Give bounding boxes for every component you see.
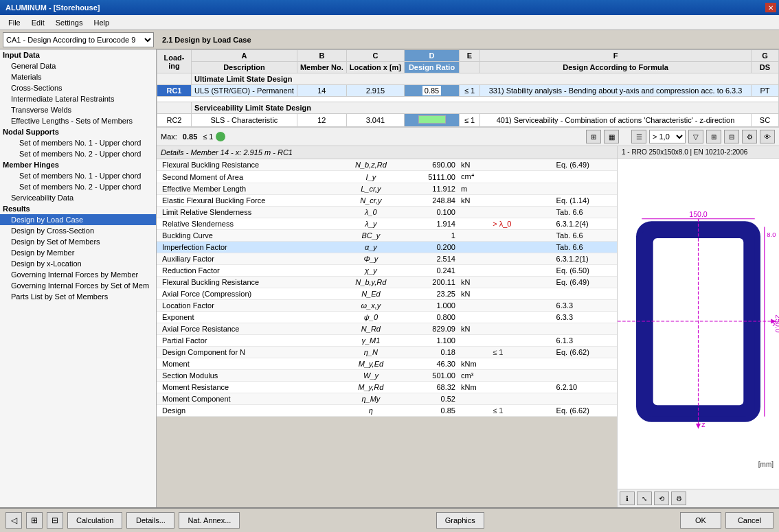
detail-value: 1.914 xyxy=(403,218,458,230)
detail-symbol: W_y xyxy=(339,370,403,382)
detail-extra xyxy=(490,382,553,393)
sidebar-item[interactable]: Set of members No. 1 - Upper chord xyxy=(0,170,156,181)
detail-symbol: α_y xyxy=(339,242,403,253)
detail-symbol: I_y xyxy=(339,171,403,183)
detail-ref: Eq. (6.62) xyxy=(554,405,617,417)
detail-symbol: N_Rd xyxy=(339,323,403,335)
sidebar-item[interactable]: General Data xyxy=(0,60,156,71)
detail-value: 0.200 xyxy=(403,242,458,253)
details-table-container[interactable]: Flexural Buckling Resistance N_b,z,Rd 69… xyxy=(157,159,617,507)
detail-name: Relative Slenderness xyxy=(157,218,339,230)
sidebar-item[interactable]: Effective Lengths - Sets of Members xyxy=(0,115,156,126)
close-button[interactable]: ✕ xyxy=(765,3,776,12)
cross-section-toolbar: ℹ ⤡ ⟲ ⚙ xyxy=(618,489,779,507)
detail-extra: ≤ 1 xyxy=(490,405,553,417)
detail-symbol: λ_y xyxy=(339,218,403,230)
top-table: Load-ing A B C D E F G Description Membe… xyxy=(157,49,779,127)
nav-btn-3[interactable]: ⊟ xyxy=(47,512,63,529)
detail-name: Reduction Factor xyxy=(157,265,339,277)
sidebar-item[interactable]: Governing Internal Forces by Member xyxy=(0,269,156,280)
sidebar-item[interactable]: Intermediate Lateral Restraints xyxy=(0,93,156,104)
details-header: Details - Member 14 - x: 2.915 m - RC1 xyxy=(157,146,617,159)
top-table-container: Load-ing A B C D E F G Description Membe… xyxy=(157,49,779,127)
detail-ref xyxy=(554,171,617,183)
settings-btn[interactable]: ⚙ xyxy=(742,130,757,143)
detail-extra xyxy=(490,195,553,207)
detail-symbol: Φ_y xyxy=(339,253,403,265)
col-design-ratio: Design Ratio xyxy=(405,62,460,73)
nat-annex-button[interactable]: Nat. Annex... xyxy=(179,512,240,529)
rc2-ratio xyxy=(405,114,460,127)
sidebar-item[interactable]: Design by Member xyxy=(0,247,156,258)
detail-value: 200.11 xyxy=(403,277,458,288)
cancel-button[interactable]: Cancel xyxy=(725,512,774,529)
nav-btn-2[interactable]: ⊞ xyxy=(26,512,43,529)
sidebar-item[interactable]: Serviceability Data xyxy=(0,192,156,203)
cs-settings-btn[interactable]: ⚙ xyxy=(671,491,686,505)
sidebar-item[interactable]: Set of members No. 2 - Upper chord xyxy=(0,181,156,192)
detail-name: Flexural Buckling Resistance xyxy=(157,277,339,288)
eye-btn[interactable]: 👁 xyxy=(760,130,775,143)
detail-ref: Tab. 6.6 xyxy=(554,207,617,218)
detail-name: Second Moment of Area xyxy=(157,171,339,183)
calculation-button[interactable]: Calculation xyxy=(67,512,122,529)
cs-zoom-btn[interactable]: ⤡ xyxy=(637,491,652,505)
detail-value: 1.000 xyxy=(403,300,458,312)
print-btn[interactable]: ⊟ xyxy=(724,130,739,143)
detail-name: Section Modulus xyxy=(157,370,339,382)
detail-unit xyxy=(458,218,490,230)
sidebar-section: Input Data xyxy=(0,49,156,60)
sidebar-item[interactable]: Set of members No. 1 - Upper chord xyxy=(0,137,156,148)
detail-unit xyxy=(458,347,490,358)
rc1-ratio: 0.85 xyxy=(405,85,460,97)
max-value: 0.85 xyxy=(183,132,197,141)
cs-3d-btn[interactable]: ⟲ xyxy=(654,491,669,505)
detail-value: 23.25 xyxy=(403,288,458,300)
detail-name: Axial Force Resistance xyxy=(157,323,339,335)
detail-ref: Eq. (6.49) xyxy=(554,277,617,288)
sidebar-item[interactable]: Materials xyxy=(0,71,156,82)
view-btn-2[interactable]: ▦ xyxy=(604,130,619,143)
sidebar-item[interactable]: Transverse Welds xyxy=(0,104,156,115)
app-title: ALUMINUM - [Storehouse] xyxy=(5,3,100,12)
details-button[interactable]: Details... xyxy=(126,512,174,529)
sidebar-item[interactable]: Design by Set of Members xyxy=(0,236,156,247)
detail-name: Limit Relative Slenderness xyxy=(157,207,339,218)
detail-unit: kN xyxy=(458,195,490,207)
sidebar-item[interactable]: Design by Cross-Section xyxy=(0,225,156,236)
cs-info-btn[interactable]: ℹ xyxy=(620,491,635,505)
filter-btn[interactable]: ▽ xyxy=(688,130,703,143)
view-btn-1[interactable]: ⊞ xyxy=(586,130,601,143)
middle-section: Details - Member 14 - x: 2.915 m - RC1 F… xyxy=(157,146,779,507)
col-header-b: B xyxy=(297,50,346,62)
sidebar-item[interactable]: Design by Load Case xyxy=(0,214,156,225)
graphics-button[interactable]: Graphics xyxy=(436,512,484,529)
case-selector[interactable]: CA1 - Design According to Eurocode 9 xyxy=(3,32,154,47)
menu-file[interactable]: File xyxy=(3,17,26,28)
menu-settings[interactable]: Settings xyxy=(50,17,89,28)
sidebar-item[interactable]: Governing Internal Forces by Set of Mem xyxy=(0,280,156,291)
detail-ref: 6.2.10 xyxy=(554,382,617,393)
col-header-loading: Load-ing xyxy=(157,50,192,73)
detail-extra xyxy=(490,288,553,300)
toolbar-btn-3[interactable]: ☰ xyxy=(631,130,646,143)
sidebar-item[interactable]: Set of members No. 2 - Upper chord xyxy=(0,148,156,159)
filter-dropdown[interactable]: > 1,0 > 0,0 > 0,5 > 0,75 xyxy=(649,130,686,143)
detail-value: 2.514 xyxy=(403,253,458,265)
svg-text:150.0: 150.0 xyxy=(689,210,708,218)
detail-value: 11.912 xyxy=(403,183,458,195)
sidebar-item[interactable]: Design by x-Location xyxy=(0,258,156,269)
export-btn[interactable]: ⊞ xyxy=(706,130,721,143)
menu-help[interactable]: Help xyxy=(88,17,115,28)
detail-symbol: N_cr,y xyxy=(339,195,403,207)
sidebar-item[interactable]: Parts List by Set of Members xyxy=(0,291,156,302)
detail-name: Partial Factor xyxy=(157,335,339,347)
svg-text:8.0: 8.0 xyxy=(767,231,776,238)
sidebar-item[interactable]: Cross-Sections xyxy=(0,82,156,93)
menu-edit[interactable]: Edit xyxy=(26,17,50,28)
detail-value: 0.18 xyxy=(403,347,458,358)
nav-btn-1[interactable]: ◁ xyxy=(5,512,22,529)
ok-button[interactable]: OK xyxy=(680,512,721,529)
detail-symbol: γ_M1 xyxy=(339,335,403,347)
detail-unit xyxy=(458,253,490,265)
